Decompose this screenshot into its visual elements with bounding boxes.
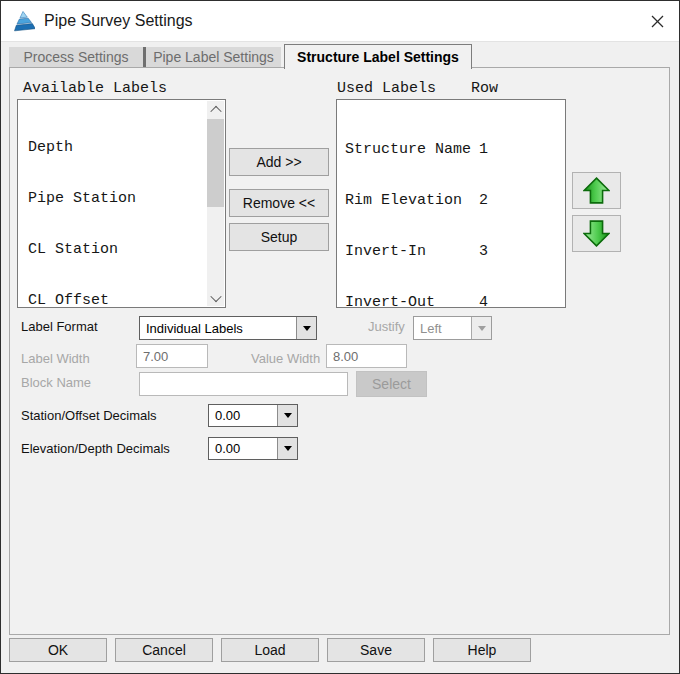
setup-button[interactable]: Setup bbox=[229, 223, 329, 251]
label-width-field: 7.00 bbox=[136, 344, 208, 368]
elevation-depth-decimals-value: 0.00 bbox=[209, 438, 277, 459]
elevation-depth-decimals-combobox[interactable]: 0.00 bbox=[208, 437, 298, 460]
scroll-down-button[interactable] bbox=[207, 289, 224, 306]
label-format-value: Individual Labels bbox=[140, 317, 296, 339]
used-row-number: 2 bbox=[479, 192, 488, 209]
value-width-label: Value Width bbox=[251, 351, 320, 366]
move-up-button[interactable] bbox=[572, 172, 621, 209]
justify-combobox: Left bbox=[413, 316, 492, 340]
scroll-up-button[interactable] bbox=[207, 101, 224, 118]
list-item[interactable]: Rim Elevation2 bbox=[345, 192, 559, 209]
list-item[interactable]: Invert-Out4 bbox=[345, 294, 559, 308]
block-name-label: Block Name bbox=[21, 375, 91, 390]
dropdown-arrow-icon bbox=[478, 326, 486, 331]
list-item[interactable]: Depth bbox=[28, 139, 205, 156]
available-labels-heading: Available Labels bbox=[23, 80, 167, 97]
value-width-field: 8.00 bbox=[326, 344, 407, 368]
tab-process-settings[interactable]: Process Settings bbox=[9, 47, 143, 67]
ok-button[interactable]: OK bbox=[9, 638, 107, 662]
used-labels-heading: Used Labels bbox=[337, 80, 436, 97]
list-item[interactable]: CL Offset bbox=[28, 292, 205, 308]
dropdown-button[interactable] bbox=[277, 405, 297, 426]
cancel-button[interactable]: Cancel bbox=[115, 638, 213, 662]
dropdown-button[interactable] bbox=[277, 438, 297, 459]
list-item[interactable]: Pipe Station bbox=[28, 190, 205, 207]
used-row-number: 1 bbox=[479, 141, 488, 158]
close-icon bbox=[651, 15, 664, 28]
remove-button[interactable]: Remove << bbox=[229, 189, 329, 217]
used-label: Structure Name bbox=[345, 141, 471, 158]
label-format-label: Label Format bbox=[21, 319, 98, 334]
titlebar: Pipe Survey Settings bbox=[1, 1, 679, 42]
green-up-arrow-icon bbox=[583, 177, 610, 204]
station-offset-decimals-value: 0.00 bbox=[209, 405, 277, 426]
elevation-depth-decimals-label: Elevation/Depth Decimals bbox=[21, 441, 170, 456]
used-row-number: 3 bbox=[479, 243, 488, 260]
used-labels-listbox[interactable]: Structure Name1 Rim Elevation2 Invert-In… bbox=[336, 99, 566, 308]
dropdown-button[interactable] bbox=[296, 317, 316, 339]
list-item[interactable]: CL Station bbox=[28, 241, 205, 258]
available-scrollbar[interactable] bbox=[207, 101, 224, 306]
add-button[interactable]: Add >> bbox=[229, 148, 329, 176]
tab-pipe-label-settings[interactable]: Pipe Label Settings bbox=[146, 47, 281, 67]
justify-value: Left bbox=[414, 317, 471, 339]
dropdown-arrow-icon bbox=[303, 326, 311, 331]
app-logo-icon bbox=[13, 10, 35, 32]
used-label: Invert-Out bbox=[345, 294, 435, 308]
green-down-arrow-icon bbox=[583, 220, 610, 247]
window-title: Pipe Survey Settings bbox=[44, 12, 193, 30]
dropdown-arrow-icon bbox=[284, 446, 292, 451]
dropdown-button bbox=[471, 317, 491, 339]
used-row-number: 4 bbox=[479, 294, 488, 308]
chevron-up-icon bbox=[210, 105, 221, 116]
block-name-field bbox=[139, 372, 348, 396]
label-width-label: Label Width bbox=[21, 351, 90, 366]
pipe-survey-settings-dialog: Pipe Survey Settings Process Settings Pi… bbox=[0, 0, 680, 674]
help-button[interactable]: Help bbox=[433, 638, 531, 662]
justify-label: Justify bbox=[368, 319, 405, 334]
move-down-button[interactable] bbox=[572, 215, 621, 252]
available-labels-items: Depth Pipe Station CL Station CL Offset … bbox=[28, 105, 205, 308]
close-button[interactable] bbox=[641, 7, 673, 35]
label-format-combobox[interactable]: Individual Labels bbox=[139, 316, 317, 340]
load-button[interactable]: Load bbox=[221, 638, 319, 662]
dropdown-arrow-icon bbox=[284, 413, 292, 418]
scrollbar-thumb[interactable] bbox=[207, 119, 224, 207]
station-offset-decimals-combobox[interactable]: 0.00 bbox=[208, 404, 298, 427]
available-labels-listbox[interactable]: Depth Pipe Station CL Station CL Offset … bbox=[17, 99, 226, 308]
chevron-down-icon bbox=[210, 290, 221, 301]
select-button: Select bbox=[356, 371, 427, 397]
save-button[interactable]: Save bbox=[327, 638, 425, 662]
station-offset-decimals-label: Station/Offset Decimals bbox=[21, 408, 157, 423]
used-label: Rim Elevation bbox=[345, 192, 462, 209]
list-item[interactable]: Invert-In3 bbox=[345, 243, 559, 260]
tab-structure-label-settings[interactable]: Structure Label Settings bbox=[284, 44, 472, 69]
list-item[interactable]: Structure Name1 bbox=[345, 141, 559, 158]
used-labels-items: Structure Name1 Rim Elevation2 Invert-In… bbox=[345, 107, 559, 308]
used-label: Invert-In bbox=[345, 243, 426, 260]
used-labels-row-heading: Row bbox=[471, 80, 498, 97]
